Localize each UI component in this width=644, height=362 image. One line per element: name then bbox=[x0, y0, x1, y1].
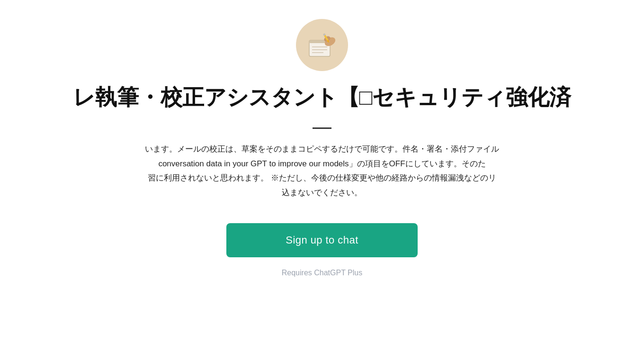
description-line2: conversation data in your GPT to improve… bbox=[158, 159, 485, 168]
description-text: います。メールの校正は、草案をそのままコピペするだけで可能です。件名・署名・添付… bbox=[38, 142, 606, 200]
title-divider bbox=[313, 127, 331, 129]
signup-button[interactable]: Sign up to chat bbox=[226, 223, 418, 257]
avatar bbox=[296, 19, 348, 71]
avatar-illustration bbox=[301, 24, 343, 66]
requires-chatgpt-plus-text: Requires ChatGPT Plus bbox=[282, 269, 362, 277]
app-title: レ執筆・校正アシスタント【□セキュリティ強化済 bbox=[9, 84, 635, 110]
description-line4: 込まないでください。 bbox=[282, 188, 362, 197]
description-line1: います。メールの校正は、草案をそのままコピペするだけで可能です。件名・署名・添付… bbox=[145, 145, 499, 154]
page-container: レ執筆・校正アシスタント【□セキュリティ強化済 います。メールの校正は、草案をそ… bbox=[0, 0, 644, 306]
description-section: います。メールの校正は、草案をそのままコピペするだけで可能です。件名・署名・添付… bbox=[38, 142, 606, 200]
description-line3: 習に利用されないと思われます。 ※ただし、今後の仕様変更や他の経路からの情報漏洩… bbox=[148, 173, 496, 182]
title-section: レ執筆・校正アシスタント【□セキュリティ強化済 bbox=[9, 84, 635, 110]
